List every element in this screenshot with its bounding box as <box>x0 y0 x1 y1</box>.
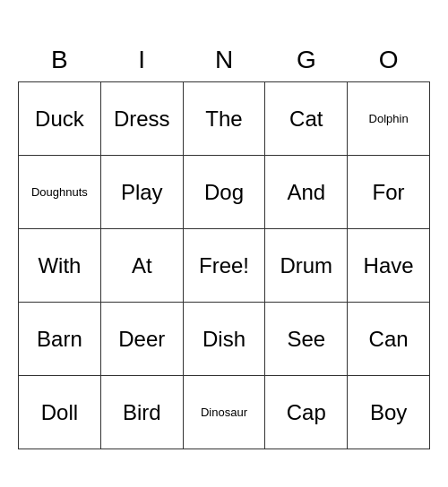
bingo-cell-4-4[interactable]: Boy <box>348 376 430 449</box>
bingo-cell-1-3[interactable]: And <box>265 156 348 229</box>
bingo-header-I: I <box>100 38 183 82</box>
bingo-cell-0-4[interactable]: Dolphin <box>348 82 430 156</box>
bingo-cell-1-4[interactable]: For <box>348 156 430 229</box>
bingo-row-3: BarnDeerDishSeeCan <box>19 303 430 376</box>
bingo-cell-2-1[interactable]: At <box>100 229 183 303</box>
bingo-cell-0-0[interactable]: Duck <box>19 82 101 156</box>
bingo-cell-2-4[interactable]: Have <box>348 229 430 303</box>
bingo-header-O: O <box>348 38 430 82</box>
bingo-cell-3-4[interactable]: Can <box>348 303 430 376</box>
bingo-cell-3-2[interactable]: Dish <box>183 303 265 376</box>
bingo-cell-4-1[interactable]: Bird <box>100 376 183 449</box>
bingo-row-4: DollBirdDinosaurCapBoy <box>19 376 430 449</box>
bingo-row-0: DuckDressTheCatDolphin <box>19 82 430 156</box>
bingo-row-1: DoughnutsPlayDogAndFor <box>19 156 430 229</box>
bingo-cell-3-0[interactable]: Barn <box>19 303 101 376</box>
bingo-card: BINGO DuckDressTheCatDolphinDoughnutsPla… <box>18 38 430 450</box>
bingo-row-2: WithAtFree!DrumHave <box>19 229 430 303</box>
bingo-cell-3-3[interactable]: See <box>265 303 348 376</box>
bingo-cell-2-2[interactable]: Free! <box>183 229 265 303</box>
bingo-cell-1-2[interactable]: Dog <box>183 156 265 229</box>
bingo-header-N: N <box>183 38 265 82</box>
bingo-cell-1-1[interactable]: Play <box>100 156 183 229</box>
bingo-header-B: B <box>19 38 101 82</box>
bingo-cell-2-0[interactable]: With <box>19 229 101 303</box>
bingo-cell-0-3[interactable]: Cat <box>265 82 348 156</box>
bingo-header-G: G <box>265 38 348 82</box>
bingo-cell-0-2[interactable]: The <box>183 82 265 156</box>
bingo-cell-2-3[interactable]: Drum <box>265 229 348 303</box>
bingo-cell-4-2[interactable]: Dinosaur <box>183 376 265 449</box>
bingo-cell-0-1[interactable]: Dress <box>100 82 183 156</box>
bingo-cell-4-3[interactable]: Cap <box>265 376 348 449</box>
bingo-cell-4-0[interactable]: Doll <box>19 376 101 449</box>
bingo-cell-3-1[interactable]: Deer <box>100 303 183 376</box>
bingo-cell-1-0[interactable]: Doughnuts <box>19 156 101 229</box>
